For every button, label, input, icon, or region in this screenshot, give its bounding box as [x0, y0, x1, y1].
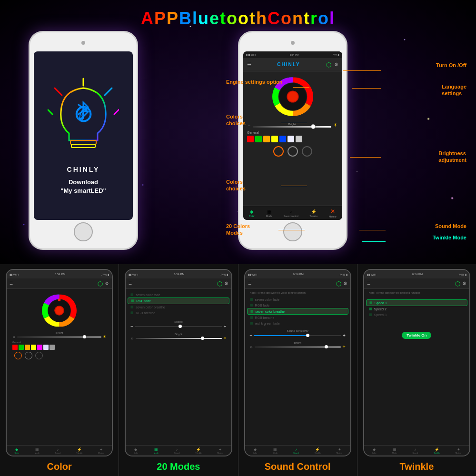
annotation-sound-mode: Sound Mode — [435, 223, 466, 229]
nav-meteor[interactable]: ✕ Meteor — [329, 208, 337, 218]
mini-nav-mode[interactable]: ▦ Mode — [35, 447, 40, 454]
brightness-track[interactable] — [17, 337, 101, 337]
mini-nav-meteor[interactable]: ✦ Meteor — [98, 447, 104, 454]
settings-icon-right[interactable]: ⚙ — [334, 62, 338, 67]
mini-swatch-yellow[interactable] — [31, 345, 36, 350]
mini-nav-color-t[interactable]: ◆ Color — [372, 447, 377, 454]
sun-icon-sound: ☀ — [342, 345, 346, 349]
mini-nav-mode-m[interactable]: ▦ Mode — [154, 447, 159, 454]
mini-nav-twinkle-s[interactable]: ⚡ Twinkle — [315, 447, 321, 454]
mini-circle-1[interactable] — [14, 352, 22, 359]
left-phone-home-button[interactable] — [74, 222, 93, 241]
power-icon-modes[interactable]: ◯ — [217, 281, 222, 286]
mode-item-rgb-fade[interactable]: ▦ RGB fade — [128, 298, 229, 304]
mini-nav-meteor-m[interactable]: ✦ Meteor — [218, 447, 223, 454]
mini-nav-color-icon: ◆ — [15, 447, 18, 452]
settings-icon-twinkle[interactable]: ⚙ — [462, 281, 466, 286]
mini-status-bar-sound: ▮▮ WiFi 6:54 PM 74% ▮ — [245, 270, 350, 278]
mini-nav-twinkle-t[interactable]: ⚡ Twinkle — [434, 447, 440, 454]
mini-nav-sound-m[interactable]: ♪ Sound — [174, 447, 180, 454]
mini-swatch-gray[interactable] — [50, 345, 55, 350]
mini-status-bar-twinkle: ▮▮ WiFi 6:54 PM 74% ▮ — [364, 270, 469, 278]
sound-item-seven-fade[interactable]: ▦ seven color fade — [247, 297, 348, 302]
twinkle-item-speed1[interactable]: ▦ Speed 1 — [366, 299, 467, 306]
sound-item-rgb-breathe[interactable]: ▦ RGB breathe — [247, 315, 348, 320]
mode-circle-off[interactable] — [302, 146, 312, 157]
mode-circle-mode[interactable] — [288, 146, 298, 157]
mini-swatch-purple[interactable] — [37, 345, 42, 350]
power-icon[interactable]: ◯ — [326, 62, 331, 67]
mini-nav-sound-t[interactable]: ♪ Sound — [412, 447, 418, 454]
right-phone-home-button[interactable] — [283, 222, 302, 241]
settings-icon-modes[interactable]: ⚙ — [224, 281, 228, 286]
mini-nav-sound[interactable]: ♪ Sound — [55, 447, 61, 454]
bright-track-modes[interactable] — [136, 338, 222, 339]
mini-nav-sound-s[interactable]: ♪ Sound — [293, 447, 299, 454]
mini-swatch-white[interactable] — [43, 345, 49, 350]
power-icon-twinkle[interactable]: ◯ — [455, 281, 460, 286]
swatch-red[interactable] — [247, 136, 254, 142]
mini-bottom-nav-modes: ◆ Color ▦ Mode ♪ Sound ⚡ Twinkle ✦ Met — [126, 445, 231, 456]
left-phone-screen: ✆ CHI — [34, 51, 133, 220]
mini-app-header-sound: ☰ ◯ ⚙ — [245, 278, 350, 289]
left-phone-camera — [81, 41, 85, 45]
speed-minus[interactable]: − — [130, 324, 133, 329]
bright-track-sound[interactable] — [255, 347, 341, 347]
sound-item-seven-breathe[interactable]: ▦ seven color breathe — [247, 308, 348, 315]
mini-nav-color-s[interactable]: ◆ Color — [253, 447, 258, 454]
mini-nav-mode-s[interactable]: ▦ Mode — [273, 447, 278, 454]
hamburger-icon-color: ☰ — [10, 281, 13, 286]
mini-nav-meteor-s[interactable]: ✦ Meteor — [337, 447, 342, 454]
settings-icon-color[interactable]: ⚙ — [105, 281, 109, 286]
nav-sound[interactable]: ♪ Sound control — [284, 209, 298, 218]
mode-item-rgb-breathe[interactable]: ▦ RGB breathe — [128, 310, 229, 316]
mini-nav-twinkle-m[interactable]: ⚡ Twinkle — [195, 447, 201, 454]
swatch-blue[interactable] — [279, 136, 286, 142]
sound-minus[interactable]: − — [250, 333, 253, 338]
swatch-white[interactable] — [288, 136, 294, 142]
power-icon-color[interactable]: ◯ — [98, 281, 103, 286]
sound-item-rg-fade[interactable]: ▦ red & green fade — [247, 320, 348, 326]
swatch-yellow[interactable] — [271, 136, 278, 142]
panel-label-twinkle: Twinkle — [357, 459, 476, 476]
nav-twinkle[interactable]: ⚡ Twinkle — [310, 209, 318, 218]
top-section: APP Bluetooth Control — [0, 0, 476, 264]
mini-swatch-red[interactable] — [12, 345, 18, 350]
mini-swatch-orange[interactable] — [25, 345, 30, 350]
twinkle-toggle-button[interactable]: Twinkle On — [402, 332, 431, 339]
mini-nav-meteor-icon: ✦ — [99, 447, 103, 452]
mini-bottom-nav-color: ◆ Color ▦ Mode ♪ Sound ⚡ Twinkle ✦ Met — [7, 445, 112, 456]
mini-nav-meteor-t[interactable]: ✦ Meteor — [456, 447, 461, 454]
mini-nav-color-m[interactable]: ◆ Color — [134, 447, 139, 454]
swatch-green[interactable] — [255, 136, 262, 142]
swatch-orange[interactable] — [263, 136, 270, 142]
twinkle-item-speed2[interactable]: ▦ Speed 2 — [366, 306, 467, 312]
swatch-gray[interactable] — [296, 136, 302, 142]
mini-nav-color[interactable]: ◆ Color — [14, 447, 19, 454]
moon-icon-modes: ☼ — [130, 336, 134, 340]
annotation-line-turnon — [343, 70, 381, 71]
nav-mode[interactable]: ▦ Mode — [266, 209, 272, 218]
mini-nav-mode-t[interactable]: ▦ Mode — [392, 447, 397, 454]
mini-nav-twinkle[interactable]: ⚡ Twinkle — [76, 447, 82, 454]
mode-item-seven-fade[interactable]: ▦ seven color fade — [128, 292, 229, 298]
nav-mode-icon: ▦ — [267, 209, 271, 214]
speed-plus[interactable]: + — [224, 324, 227, 329]
brightness-slider[interactable] — [253, 126, 332, 128]
mini-swatch-green[interactable] — [19, 345, 24, 350]
mode-circle-color[interactable] — [273, 146, 284, 157]
mini-circle-2[interactable] — [25, 352, 32, 359]
annotation-20-colors: 20 ColorsModes — [226, 223, 250, 237]
twinkle-item-speed3[interactable]: ▦ Speed 3 — [366, 312, 467, 317]
nav-color[interactable]: ◆ Color — [249, 209, 255, 218]
speed-track[interactable] — [135, 326, 222, 327]
mode-item-seven-breathe[interactable]: ▦ seven color breathe — [128, 304, 229, 310]
nav-sound-icon: ♪ — [290, 209, 292, 214]
settings-icon-sound[interactable]: ⚙ — [343, 281, 347, 286]
sound-track[interactable] — [254, 335, 341, 336]
sound-item-rgb-fade[interactable]: ▦ RGB fade — [247, 302, 348, 308]
sound-plus[interactable]: + — [343, 333, 346, 338]
power-icon-sound[interactable]: ◯ — [336, 281, 341, 286]
svg-point-14 — [55, 307, 63, 315]
mini-circle-3[interactable] — [35, 352, 43, 359]
